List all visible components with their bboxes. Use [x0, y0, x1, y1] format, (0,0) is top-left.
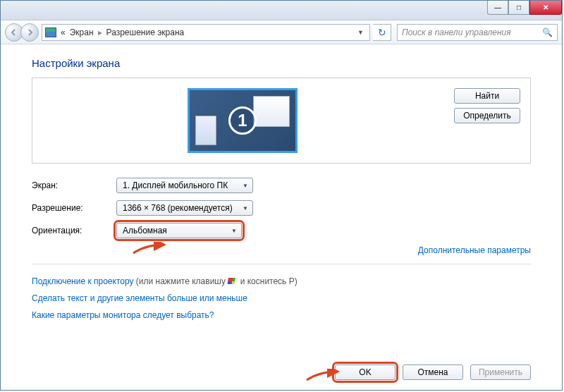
projector-link[interactable]: Подключение к проектору	[32, 276, 134, 286]
advanced-row: Дополнительные параметры	[32, 245, 531, 255]
orientation-select-value: Альбомная	[123, 226, 167, 235]
settings-form: Экран: 1. Дисплей мобильного ПК Разрешен…	[32, 178, 531, 238]
display-select[interactable]: 1. Дисплей мобильного ПК	[116, 178, 253, 193]
breadcrumb-item-2[interactable]: Разрешение экрана	[106, 27, 185, 37]
resolution-select-value: 1366 × 768 (рекомендуется)	[123, 203, 233, 213]
breadcrumb: « Экран ▸ Разрешение экрана	[61, 27, 184, 37]
projector-line: Подключение к проектору (или нажмите кла…	[32, 273, 531, 290]
detect-button[interactable]: Определить	[454, 108, 520, 123]
projector-hint-b: и коснитесь P)	[238, 276, 297, 286]
orientation-label: Ориентация:	[32, 226, 116, 235]
nav-buttons	[5, 23, 39, 42]
display-preview-panel: 1 Найти Определить	[32, 78, 531, 164]
navbar: « Экран ▸ Разрешение экрана ▼ ↻ Поиск в …	[1, 20, 562, 44]
divider	[32, 264, 531, 264]
dialog-footer: OK Отмена Применить	[335, 365, 531, 380]
search-placeholder: Поиск в панели управления	[402, 27, 511, 37]
minimize-button[interactable]: —	[487, 1, 508, 15]
page-title: Настройки экрана	[32, 57, 531, 69]
window-controls: — □ ✕	[487, 1, 562, 15]
resolution-select[interactable]: 1366 × 768 (рекомендуется)	[116, 200, 253, 216]
display-select-value: 1. Дисплей мобильного ПК	[123, 180, 228, 190]
projector-hint-a: (или нажмите клавишу	[134, 276, 228, 286]
control-panel-icon	[45, 27, 56, 37]
breadcrumb-prefix: «	[61, 27, 66, 37]
address-dropdown-icon[interactable]: ▼	[355, 29, 367, 36]
monitor-window-icon	[195, 116, 216, 145]
search-input[interactable]: Поиск в панели управления 🔍	[397, 24, 558, 41]
windows-key-icon	[228, 278, 238, 286]
orientation-select[interactable]: Альбомная	[116, 223, 242, 238]
breadcrumb-separator-icon: ▸	[98, 27, 102, 37]
display-preview[interactable]: 1	[42, 88, 443, 153]
apply-button[interactable]: Применить	[470, 365, 531, 380]
window-frame: — □ ✕ « Экран ▸ Разрешение экрана ▼ ↻	[0, 0, 563, 391]
forward-button[interactable]	[20, 23, 39, 42]
orientation-row: Ориентация: Альбомная	[32, 223, 531, 238]
address-bar[interactable]: « Экран ▸ Разрешение экрана ▼	[42, 24, 370, 41]
preview-side-buttons: Найти Определить	[454, 88, 520, 123]
display-row: Экран: 1. Дисплей мобильного ПК	[32, 178, 531, 193]
content-area: Настройки экрана 1 Найти Определить Экра…	[1, 44, 562, 332]
refresh-icon: ↻	[378, 27, 386, 38]
resize-link[interactable]: Сделать текст и другие элементы больше и…	[32, 293, 247, 303]
forward-arrow-icon	[26, 29, 33, 36]
find-button[interactable]: Найти	[454, 88, 520, 104]
resolution-row: Разрешение: 1366 × 768 (рекомендуется)	[32, 200, 531, 216]
breadcrumb-item-1[interactable]: Экран	[70, 27, 94, 37]
help-link[interactable]: Какие параметры монитора следует выбрать…	[32, 310, 214, 320]
close-button[interactable]: ✕	[529, 1, 562, 15]
search-icon: 🔍	[542, 27, 553, 37]
back-arrow-icon	[11, 29, 18, 36]
display-label: Экран:	[32, 180, 116, 190]
titlebar: — □ ✕	[1, 1, 562, 20]
refresh-button[interactable]: ↻	[373, 24, 391, 41]
monitor-window-icon	[253, 96, 290, 127]
resolution-label: Разрешение:	[32, 203, 116, 213]
monitor-thumbnail[interactable]: 1	[188, 88, 298, 153]
maximize-button[interactable]: □	[508, 1, 529, 15]
advanced-settings-link[interactable]: Дополнительные параметры	[418, 245, 531, 255]
cancel-button[interactable]: Отмена	[403, 365, 463, 380]
info-links: Подключение к проектору (или нажмите кла…	[32, 273, 531, 324]
resize-line: Сделать текст и другие элементы больше и…	[32, 290, 531, 307]
ok-button[interactable]: OK	[335, 365, 396, 380]
monitor-number-badge: 1	[228, 106, 257, 135]
help-line: Какие параметры монитора следует выбрать…	[32, 307, 531, 324]
